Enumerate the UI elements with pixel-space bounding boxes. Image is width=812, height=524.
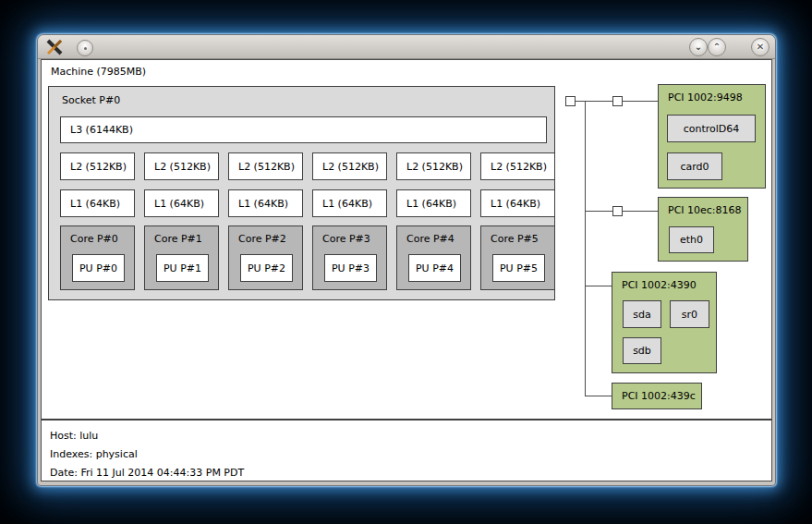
l1-label: L1 (64KB)	[406, 198, 456, 210]
core-label: Core P#2	[238, 233, 286, 245]
l2-label: L2 (512KB)	[238, 161, 295, 173]
pu-label: PU P#0	[79, 262, 117, 274]
os-device-box: sr0	[670, 300, 709, 328]
core-box: Core P#5 PU P#5	[480, 225, 555, 290]
machine-bottom-border	[42, 419, 771, 420]
pci-trunk-line	[585, 101, 586, 396]
l2-label: L2 (512KB)	[154, 161, 211, 173]
os-device-box: controlD64	[667, 115, 756, 142]
pu-box: PU P#3	[324, 254, 377, 282]
l2-cache-box: L2 (512KB)	[396, 152, 471, 180]
pci-device-label: PCI 1002:439c	[622, 390, 696, 402]
legend-date: Date: Fri 11 Jul 2014 04:44:33 PM PDT	[50, 467, 244, 479]
pci-bridge-square	[612, 96, 623, 106]
l3-cache-label: L3 (6144KB)	[70, 124, 133, 136]
l1-cache-box: L1 (64KB)	[144, 189, 219, 217]
l1-cache-box: L1 (64KB)	[396, 189, 471, 217]
os-device-label: controlD64	[684, 123, 740, 135]
pu-label: PU P#4	[416, 262, 454, 274]
os-device-box: sda	[623, 300, 661, 328]
l1-label: L1 (64KB)	[322, 198, 372, 210]
pu-box: PU P#4	[408, 254, 461, 282]
host-bridge-square	[565, 96, 576, 106]
core-box: Core P#3 PU P#3	[312, 225, 387, 290]
close-button[interactable]: ✕	[751, 38, 770, 56]
os-device-box: eth0	[669, 226, 714, 253]
desktop-background: ⌄ ⌃ ✕ Machine (7985MB) Socket P#0 L3 (61…	[0, 0, 812, 524]
l2-cache-box: L2 (512KB)	[228, 152, 303, 180]
os-device-label: eth0	[680, 234, 703, 246]
legend-indexes: Indexes: physical	[50, 448, 138, 460]
l3-cache-box: L3 (6144KB)	[60, 116, 547, 143]
l2-label: L2 (512KB)	[70, 161, 127, 173]
l2-cache-box: L2 (512KB)	[312, 152, 387, 180]
socket-box: Socket P#0 L3 (6144KB) L2 (512KB) L2 (51…	[48, 86, 555, 300]
chevron-up-icon: ⌃	[713, 43, 721, 52]
core-box: Core P#1 PU P#1	[144, 225, 219, 290]
pci-device-box: PCI 1002:439c	[612, 383, 702, 409]
pu-box: PU P#0	[72, 254, 125, 282]
pu-box: PU P#2	[240, 254, 293, 282]
pci-device-label: PCI 10ec:8168	[668, 204, 742, 216]
core-label: Core P#4	[406, 233, 454, 245]
l1-cache-box: L1 (64KB)	[228, 189, 303, 217]
l2-cache-box: L2 (512KB)	[60, 152, 135, 180]
pci-device-box: PCI 1002:4390 sda sr0 sdb	[612, 272, 717, 373]
pci-device-label: PCI 1002:9498	[668, 91, 743, 104]
pu-label: PU P#1	[164, 262, 201, 274]
l2-cache-box: L2 (512KB)	[480, 152, 555, 180]
machine-label: Machine (7985MB)	[51, 66, 146, 78]
core-label: Core P#0	[70, 233, 118, 245]
pci-branch-line	[585, 396, 612, 396]
core-box: Core P#4 PU P#4	[396, 225, 471, 290]
pu-label: PU P#3	[332, 262, 370, 274]
core-box: Core P#2 PU P#2	[228, 225, 303, 290]
os-device-label: sdb	[633, 345, 651, 357]
pci-branch-line	[585, 286, 612, 286]
chevron-down-icon: ⌄	[695, 43, 702, 52]
l2-cache-box: L2 (512KB)	[144, 152, 219, 180]
socket-label: Socket P#0	[62, 94, 120, 106]
pu-box: PU P#5	[492, 254, 545, 282]
pci-device-box: PCI 1002:9498 controlD64 card0	[658, 84, 766, 189]
l2-label: L2 (512KB)	[491, 161, 547, 173]
l2-label: L2 (512KB)	[322, 161, 379, 173]
l1-cache-box: L1 (64KB)	[60, 189, 135, 217]
os-device-box: card0	[667, 152, 722, 180]
l1-label: L1 (64KB)	[154, 198, 204, 210]
keep-above-button[interactable]: ⌃	[708, 38, 726, 56]
core-box: Core P#0 PU P#0	[60, 225, 135, 290]
close-icon: ✕	[757, 43, 764, 52]
topology-canvas: Machine (7985MB) Socket P#0 L3 (6144KB) …	[41, 59, 772, 481]
pci-bridge-square	[612, 206, 623, 216]
pu-label: PU P#2	[248, 262, 285, 274]
core-label: Core P#3	[322, 233, 370, 245]
l1-cache-box: L1 (64KB)	[312, 189, 387, 217]
window-menu-button[interactable]	[77, 40, 93, 56]
l1-label: L1 (64KB)	[491, 198, 540, 210]
lstopo-window: ⌄ ⌃ ✕ Machine (7985MB) Socket P#0 L3 (61…	[37, 34, 776, 486]
l1-label: L1 (64KB)	[238, 198, 288, 210]
keep-below-button[interactable]: ⌄	[689, 38, 708, 56]
os-device-label: card0	[680, 161, 709, 173]
l2-label: L2 (512KB)	[406, 161, 463, 173]
app-icon[interactable]	[45, 38, 64, 56]
pu-label: PU P#5	[500, 262, 538, 274]
core-label: Core P#5	[491, 233, 539, 245]
l1-label: L1 (64KB)	[70, 198, 120, 210]
os-device-label: sda	[633, 309, 650, 321]
pu-box: PU P#1	[156, 254, 209, 282]
titlebar[interactable]: ⌄ ⌃ ✕	[38, 35, 775, 59]
pci-device-box: PCI 10ec:8168 eth0	[658, 197, 748, 262]
pci-device-label: PCI 1002:4390	[622, 279, 697, 291]
os-device-label: sr0	[682, 309, 697, 321]
legend-host: Host: lulu	[50, 430, 98, 442]
core-label: Core P#1	[154, 233, 202, 245]
l1-cache-box: L1 (64KB)	[480, 189, 555, 217]
os-device-box: sdb	[623, 337, 661, 364]
